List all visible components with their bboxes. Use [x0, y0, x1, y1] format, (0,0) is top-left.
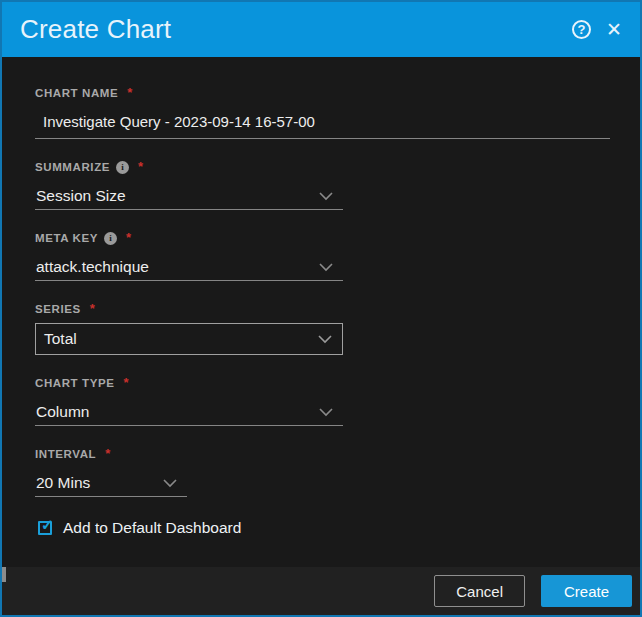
required-marker: *: [127, 88, 132, 98]
interval-label: INTERVAL: [35, 448, 96, 460]
default-dashboard-checkbox-label: Add to Default Dashboard: [63, 519, 241, 537]
chevron-down-icon: [318, 335, 332, 344]
summarize-select[interactable]: Session Size: [35, 187, 343, 210]
field-series: SERIES * Total: [35, 303, 610, 355]
chart-type-label: CHART TYPE: [35, 377, 114, 389]
meta-key-select[interactable]: attack.technique: [35, 258, 343, 281]
interval-value: 20 Mins: [36, 474, 163, 492]
chevron-down-icon: [319, 263, 333, 272]
default-dashboard-checkbox-row[interactable]: ✓ Add to Default Dashboard: [35, 519, 610, 537]
field-chart-type: CHART TYPE * Column: [35, 377, 610, 426]
info-icon[interactable]: i: [104, 232, 117, 245]
dialog-title: Create Chart: [20, 14, 572, 45]
field-meta-key: META KEY i * attack.technique: [35, 232, 610, 281]
help-icon[interactable]: ?: [572, 20, 591, 39]
series-select[interactable]: Total: [35, 323, 343, 355]
dialog-header: Create Chart ? ✕: [2, 2, 640, 57]
chevron-down-icon: [319, 192, 333, 201]
chart-name-input[interactable]: [35, 113, 610, 139]
checkbox-checked-icon[interactable]: ✓: [38, 521, 52, 535]
required-marker: *: [105, 449, 110, 459]
interval-select[interactable]: 20 Mins: [35, 474, 187, 497]
meta-key-label: META KEY: [35, 232, 98, 244]
required-marker: *: [126, 233, 131, 243]
required-marker: *: [90, 304, 95, 314]
close-icon[interactable]: ✕: [606, 20, 622, 39]
chevron-down-icon: [163, 479, 177, 488]
series-label: SERIES: [35, 303, 81, 315]
dialog-footer: Cancel Create: [2, 567, 640, 615]
required-marker: *: [123, 378, 128, 388]
cancel-button[interactable]: Cancel: [434, 575, 525, 607]
dialog-body: CHART NAME * SUMMARIZE i * Session Size …: [2, 57, 640, 567]
field-summarize: SUMMARIZE i * Session Size: [35, 161, 610, 210]
checkmark-glyph: ✓: [41, 517, 54, 532]
chart-type-select[interactable]: Column: [35, 403, 343, 426]
info-icon[interactable]: i: [116, 161, 129, 174]
chart-name-label: CHART NAME: [35, 87, 118, 99]
create-chart-dialog: Create Chart ? ✕ CHART NAME * SUMMARIZE …: [0, 0, 642, 617]
field-interval: INTERVAL * 20 Mins: [35, 448, 610, 497]
required-marker: *: [138, 162, 143, 172]
meta-key-value: attack.technique: [36, 258, 319, 276]
chevron-down-icon: [319, 408, 333, 417]
series-value: Total: [44, 330, 318, 348]
field-chart-name: CHART NAME *: [35, 87, 610, 139]
close-icon-glyph: ✕: [606, 19, 622, 40]
create-button[interactable]: Create: [541, 575, 632, 607]
summarize-label: SUMMARIZE: [35, 161, 110, 173]
summarize-value: Session Size: [36, 187, 319, 205]
left-edge-scrollbar-thumb[interactable]: [2, 567, 6, 582]
help-icon-glyph: ?: [578, 22, 586, 37]
chart-type-value: Column: [36, 403, 319, 421]
